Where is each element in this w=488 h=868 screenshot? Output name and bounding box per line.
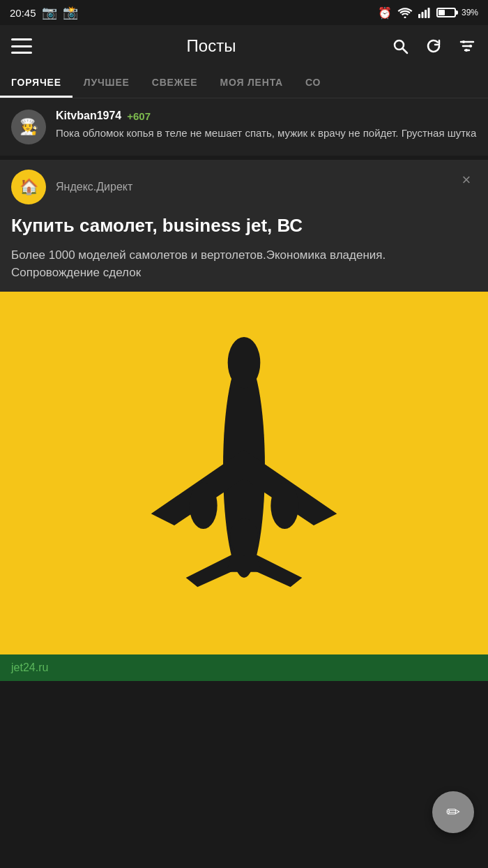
svg-rect-2 <box>421 12 423 18</box>
svg-rect-4 <box>427 8 429 18</box>
author-name: Kitvban1974 <box>56 110 121 122</box>
svg-point-16 <box>270 482 298 529</box>
ad-title: Купить самолет, business jet, ВС <box>0 214 488 246</box>
ad-link: jet24.ru <box>11 661 48 674</box>
fab-edit-icon: ✏ <box>446 802 460 822</box>
ad-card: 🏠 Яндекс.Директ × Купить самолет, busine… <box>0 160 488 681</box>
tab-fresh[interactable]: СВЕЖЕЕ <box>141 67 209 98</box>
svg-rect-1 <box>418 14 420 18</box>
svg-line-6 <box>403 49 408 54</box>
svg-point-10 <box>462 40 465 43</box>
author-avatar: 🧑‍🍳 <box>11 110 46 144</box>
ad-source: Яндекс.Директ <box>56 181 132 193</box>
app-title: Посты <box>32 36 390 56</box>
ad-header: 🏠 Яндекс.Директ × <box>0 160 488 214</box>
svg-point-17 <box>230 518 258 555</box>
alarm-icon: ⏰ <box>378 6 392 20</box>
tabs-bar: ГОРЯЧЕЕ ЛУЧШЕЕ СВЕЖЕЕ МОЯ ЛЕНТА СО <box>0 67 488 98</box>
battery-icon: 39% <box>436 8 478 17</box>
ad-image[interactable] <box>0 292 488 654</box>
menu-button[interactable] <box>11 38 32 54</box>
camera-icon: 📸 <box>63 5 78 20</box>
search-button[interactable] <box>390 36 410 56</box>
post-text: Пока обломок копья в теле не мешает спат… <box>56 126 476 141</box>
post-body: Kitvban1974 +607 Пока обломок копья в те… <box>56 110 476 141</box>
app-bar-actions <box>390 36 477 56</box>
signal-icon <box>418 7 431 18</box>
svg-point-14 <box>228 337 261 388</box>
battery-level: 39% <box>462 8 478 17</box>
ad-close-button[interactable]: × <box>456 170 477 190</box>
filter-button[interactable] <box>457 36 477 56</box>
instagram-icon: 📷 <box>42 5 57 20</box>
status-icons: ⏰ 39% <box>378 6 478 20</box>
svg-point-0 <box>404 17 406 19</box>
tab-hot[interactable]: ГОРЯЧЕЕ <box>0 67 73 98</box>
refresh-button[interactable] <box>424 36 443 56</box>
svg-point-11 <box>469 45 472 47</box>
post-card: 🧑‍🍳 Kitvban1974 +607 Пока обломок копья … <box>0 98 488 156</box>
tab-feed[interactable]: МОЯ ЛЕНТА <box>208 67 294 98</box>
wifi-icon <box>397 7 413 18</box>
status-bar: 20:45 📷 📸 ⏰ 39% <box>0 0 488 25</box>
author-score: +607 <box>127 110 151 122</box>
post-author-row: Kitvban1974 +607 <box>56 110 476 122</box>
airplane-graphic <box>119 334 369 613</box>
ad-footer[interactable]: jet24.ru <box>0 654 488 681</box>
ad-description: Более 1000 моделей самолетов и вертолето… <box>0 246 488 282</box>
ad-avatar: 🏠 <box>11 170 46 204</box>
svg-rect-3 <box>425 10 427 18</box>
svg-point-15 <box>190 482 218 529</box>
svg-point-12 <box>465 49 468 52</box>
tab-co[interactable]: СО <box>294 67 332 98</box>
time-display: 20:45 <box>10 7 36 19</box>
status-time: 20:45 📷 📸 <box>10 5 78 20</box>
fab-button[interactable]: ✏ <box>432 791 474 833</box>
app-bar: Посты <box>0 25 488 67</box>
tab-best[interactable]: ЛУЧШЕЕ <box>73 67 141 98</box>
